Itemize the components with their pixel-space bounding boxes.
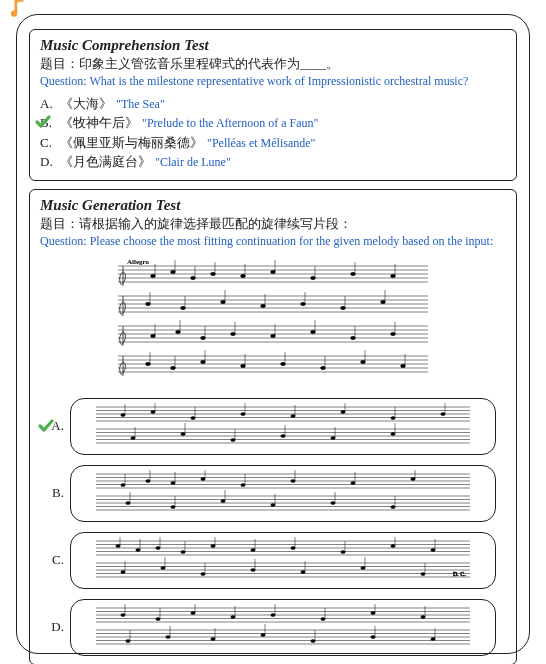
svg-point-181 [391,544,395,547]
svg-point-34 [261,304,266,307]
svg-point-116 [281,434,285,437]
svg-point-80 [361,360,366,363]
svg-point-112 [181,432,185,435]
svg-point-183 [431,548,435,551]
svg-point-169 [156,546,160,549]
svg-point-5 [151,274,156,277]
generation-card: Music Generation Test 题目：请根据输入的旋律选择最匹配的旋… [29,189,517,664]
svg-point-118 [331,436,335,439]
svg-point-177 [291,546,295,549]
svg-point-212 [156,617,160,620]
svg-point-120 [391,432,395,435]
svg-point-154 [271,503,275,506]
svg-point-82 [401,364,406,367]
option-letter: D. [40,152,56,172]
svg-point-165 [116,544,120,547]
option-letter: B. [46,485,64,501]
comprehension-options: A. 《大海》 "The Sea" B. 《牧神午后》 "Prelude to … [40,94,506,172]
option-b[interactable]: B. 《牧神午后》 "Prelude to the Afternoon of a… [40,113,506,133]
option-letter: C. [46,552,64,568]
svg-point-59 [351,336,356,339]
svg-point-139 [351,481,355,484]
svg-point-19 [351,272,356,275]
svg-point-156 [331,501,335,504]
option-c[interactable]: C. 《佩里亚斯与梅丽桑德》 "Pelléas et Mélisande" [40,133,506,153]
svg-point-93 [191,416,195,419]
svg-point-192 [161,566,165,569]
svg-point-21 [391,274,396,277]
svg-point-78 [321,366,326,369]
svg-text:D. C.: D. C. [453,571,466,577]
svg-point-13 [241,274,246,277]
svg-point-224 [421,615,425,618]
svg-point-36 [301,302,306,305]
svg-point-216 [231,615,235,618]
generation-title: Music Generation Test [40,196,506,214]
svg-point-91 [151,410,155,413]
svg-point-74 [241,364,246,367]
svg-point-103 [441,412,445,415]
option-text-en: "Prelude to the Afternoon of a Faun" [142,114,318,132]
svg-point-30 [181,306,186,309]
svg-point-11 [211,272,216,275]
svg-point-137 [291,479,295,482]
option-text-zh: 《月色满庭台》 [60,152,151,172]
svg-point-196 [251,568,255,571]
page: Music Comprehension Test 题目：印象主义管弦音乐里程碑式… [0,0,546,664]
svg-point-114 [231,438,235,441]
svg-point-239 [311,639,315,642]
svg-point-150 [171,505,175,508]
svg-point-40 [381,300,386,303]
gen-option-a[interactable]: A. [46,398,496,455]
option-letter: D. [46,619,64,635]
option-text-zh: 《佩里亚斯与梅丽桑德》 [60,133,203,153]
svg-point-76 [281,362,286,365]
svg-point-51 [201,336,206,339]
svg-point-101 [391,416,395,419]
option-letter: B. [40,113,56,133]
svg-point-237 [261,633,265,636]
svg-point-243 [431,637,435,640]
option-score: D. C. [70,532,496,589]
svg-point-99 [341,410,345,413]
option-d[interactable]: D. 《月色满庭台》 "Clair de Lune" [40,152,506,172]
svg-point-97 [291,414,295,417]
comprehension-title: Music Comprehension Test [40,36,506,54]
svg-point-198 [301,570,305,573]
option-text-en: "The Sea" [116,95,165,113]
option-a[interactable]: A. 《大海》 "The Sea" [40,94,506,114]
outer-frame: Music Comprehension Test 题目：印象主义管弦音乐里程碑式… [16,14,530,654]
option-text-zh: 《牧神午后》 [60,113,138,133]
svg-point-241 [371,635,375,638]
svg-point-47 [151,334,156,337]
svg-point-235 [211,637,215,640]
gen-option-b[interactable]: B. [46,465,496,522]
gen-option-d[interactable]: D. [46,599,496,656]
generation-options: A. [40,398,506,656]
svg-point-200 [361,566,365,569]
svg-point-210 [121,613,125,616]
svg-point-148 [126,501,130,504]
tempo-text: Allegro [127,258,150,266]
svg-point-17 [311,276,316,279]
comprehension-question-zh: 题目：印象主义管弦音乐里程碑式的代表作为____。 [40,55,506,73]
svg-point-28 [146,302,151,305]
svg-point-233 [166,635,170,638]
svg-point-220 [321,617,325,620]
svg-point-55 [271,334,276,337]
generation-question-en: Question: Please choose the most fitting… [40,234,506,250]
option-text-en: "Clair de Lune" [155,153,231,171]
option-score [70,465,496,522]
option-letter: C. [40,133,56,153]
svg-point-175 [251,548,255,551]
svg-point-38 [341,306,346,309]
gen-option-c[interactable]: C. D. C. [46,532,496,589]
svg-point-15 [271,270,276,273]
svg-point-89 [121,413,125,416]
svg-point-68 [146,362,151,365]
svg-point-72 [201,360,206,363]
option-letter: A. [40,94,56,114]
svg-point-9 [191,276,196,279]
comprehension-card: Music Comprehension Test 题目：印象主义管弦音乐里程碑式… [29,29,517,181]
svg-point-70 [171,366,176,369]
